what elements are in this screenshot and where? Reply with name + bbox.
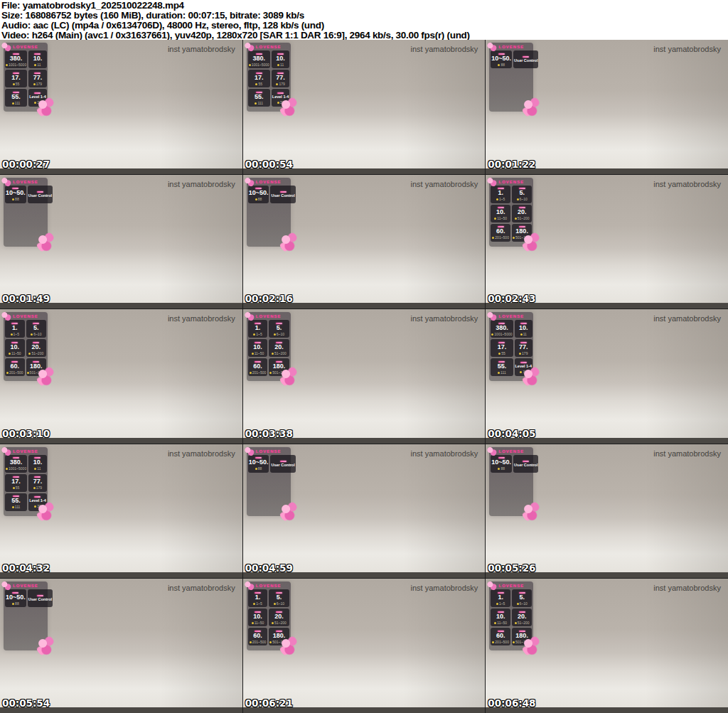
tip-menu-cell: User Control (28, 186, 53, 203)
tip-menu-cell: 10~50.88 (491, 50, 512, 68)
watermark-text: inst yamatobrodsky (411, 584, 478, 592)
tip-menu-cell: User Control (28, 589, 53, 607)
tip-menu-panel: LOVENSE 10~50.88User Control (247, 447, 291, 516)
watermark-text: inst yamatobrodsky (168, 45, 235, 53)
tip-menu-title: LOVENSE (491, 313, 532, 319)
token-dot-icon (269, 641, 272, 643)
token-dot-icon (12, 603, 14, 605)
tip-menu-cell-range: 55 (13, 82, 20, 86)
tip-menu-cell-value: 180. (515, 633, 528, 639)
tip-menu-cell-range: 11~50 (252, 621, 264, 625)
tip-menu-cell: 180.501~1000 (512, 224, 532, 242)
tip-menu-panel: LOVENSE 10~50.88User Control (4, 581, 48, 650)
tip-menu-cells: 1.1~55.6~1010.11~5020.51~20060.201~50018… (248, 320, 289, 376)
tip-menu-cell: 380.1001~5000 (248, 50, 270, 68)
timestamp-label: 00:04:59 (245, 562, 293, 574)
tip-menu-cell: 20.51~200 (512, 205, 532, 223)
tip-menu-cell-value: Level 1-4 (272, 95, 289, 100)
tip-menu-cell-value: 10. (496, 613, 505, 620)
token-dot-icon (274, 333, 276, 336)
tip-menu-cell-range: 1~5 (11, 332, 19, 336)
tip-menu-cell-range: 88 (498, 63, 505, 67)
tip-menu-cell: 77.179 (28, 474, 47, 492)
tip-menu-cell: Level 1-438 (272, 89, 290, 107)
tip-menu-title: LOVENSE (5, 313, 46, 319)
video-frame-thumbnail: LOVENSE 10~50.88User Control inst yamato… (486, 40, 728, 174)
token-dot-icon (9, 353, 11, 355)
tip-menu-cell-range: 11 (520, 332, 527, 336)
tip-menu-cell-range: 88 (12, 601, 19, 606)
tip-menu-cell-value: 60. (253, 633, 262, 639)
tip-menu-cell-range: 51~200 (272, 621, 287, 625)
tip-menu-cell-range: 11 (34, 63, 41, 67)
token-dot-icon (513, 641, 515, 643)
tip-menu-cell-range: 1~5 (496, 197, 505, 201)
token-dot-icon (498, 64, 500, 66)
tip-menu-cell-range: 1001~5000 (491, 332, 512, 336)
tip-menu-cell-range: 1~5 (253, 332, 262, 336)
tip-menu-cell-range: 111 (255, 101, 263, 105)
tip-menu-cell-value: Level 1-4 (29, 95, 46, 100)
tip-menu-title: LOVENSE (248, 449, 289, 454)
tip-menu-cell: 10~50.88 (491, 455, 512, 473)
watermark-text: inst yamatobrodsky (653, 449, 721, 458)
watermark-text: inst yamatobrodsky (653, 180, 721, 188)
token-dot-icon (252, 622, 254, 624)
token-dot-icon (277, 64, 279, 66)
wall-shade (646, 175, 728, 304)
tip-menu-cell: User Control (270, 186, 295, 203)
watermark-text: inst yamatobrodsky (411, 45, 478, 53)
tip-menu-cell-range: 501~1000 (269, 640, 288, 644)
tip-menu-cell: 180.501~1000 (512, 628, 532, 645)
token-dot-icon (274, 603, 276, 605)
tip-menu-cell-value: 1. (498, 594, 503, 601)
tip-menu-cell: User Control (513, 50, 538, 68)
token-dot-icon (277, 102, 279, 104)
tip-menu-cell-value: User Control (271, 463, 294, 468)
tip-menu-cell-range: 501~1000 (27, 370, 46, 375)
tip-menu-cell-value: Level 1-4 (515, 364, 532, 369)
token-dot-icon (250, 641, 252, 643)
tip-menu-cell-value: 10~50. (249, 190, 269, 196)
tip-menu-cell: 10~50.88 (5, 186, 26, 203)
token-dot-icon (519, 353, 521, 355)
token-dot-icon (255, 102, 257, 104)
tip-menu-panel: LOVENSE 1.1~55.6~1010.11~5020.51~20060.2… (247, 312, 291, 381)
tip-menu-cell: 55.111 (248, 89, 270, 107)
tip-menu-cell-value: User Control (28, 597, 52, 602)
tip-menu-title: LOVENSE (491, 179, 532, 185)
tip-menu-cells: 10~50.88User Control (248, 186, 289, 203)
tip-menu-cell-value: 180. (515, 228, 528, 235)
tip-menu-cell: 5.6~10 (512, 589, 532, 607)
tip-menu-cell: 5.6~10 (26, 320, 46, 338)
tip-menu-cell-value: 60. (496, 228, 505, 235)
token-dot-icon (515, 218, 517, 220)
token-dot-icon (33, 83, 36, 85)
tip-menu-cell: 10.11 (28, 455, 47, 473)
tip-menu-title: LOVENSE (5, 449, 46, 454)
tip-menu-cell-range: 179 (33, 486, 42, 490)
tip-menu-cell-value: 60. (496, 633, 505, 639)
tip-menu-cell-range: 55 (13, 486, 20, 490)
tip-menu-cell-range: 501~1000 (513, 640, 531, 644)
token-dot-icon (253, 603, 255, 605)
tip-menu-cell: Level 1-438 (28, 89, 47, 107)
video-frame-thumbnail: LOVENSE 1.1~55.6~1010.11~5020.51~20060.2… (486, 175, 728, 309)
tip-menu-cell: 77.179 (272, 70, 290, 87)
wall-shade (160, 175, 242, 304)
tip-menu-cell: 180.501~1000 (269, 628, 289, 645)
tip-menu-cell-range: 38 (34, 100, 41, 104)
tip-menu-cell-range: 201~500 (492, 235, 509, 240)
tip-menu-cell-value: 1. (255, 594, 261, 601)
tip-menu-cell: 1.1~5 (5, 320, 25, 338)
tip-menu-cell-value: 10~50. (6, 190, 26, 196)
tip-menu-cell-range: 6~10 (517, 197, 528, 201)
tip-menu-cell: 5.6~10 (269, 589, 289, 607)
tip-menu-cell: 180.501~1000 (269, 358, 289, 376)
tip-menu-panel: LOVENSE 380.1001~500010.1117.5577.17955.… (489, 312, 533, 381)
tip-menu-cells: 10~50.88User Control (491, 50, 532, 68)
file-size-line: Size: 168086752 bytes (160 MiB), duratio… (1, 11, 728, 21)
tip-menu-cell: 17.55 (248, 70, 270, 87)
wall-shade (160, 40, 242, 168)
tip-menu-cell-range: 1001~5000 (249, 63, 269, 67)
